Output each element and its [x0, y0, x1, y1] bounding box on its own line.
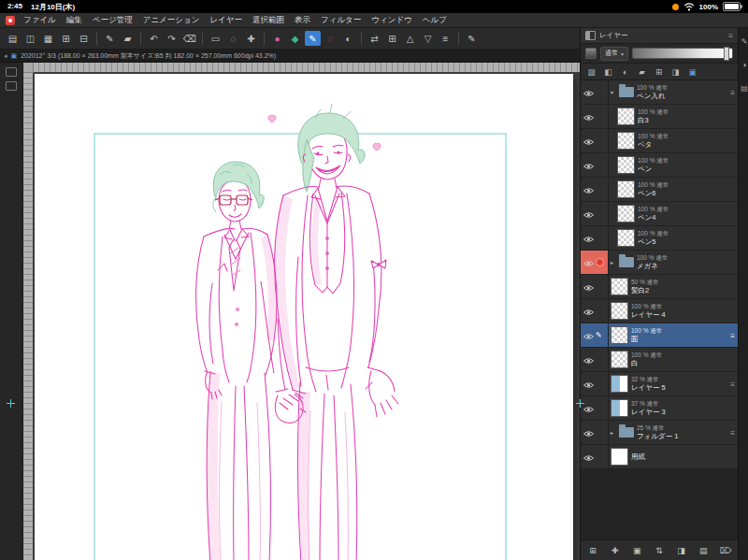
eye-visibility-icon[interactable] — [583, 230, 594, 247]
layer-row-13[interactable]: 37 % 通常レイヤー 3 — [581, 396, 738, 421]
edge-pen-icon[interactable]: ✎ — [741, 37, 748, 46]
layer-row-3[interactable]: 100 % 通常ペン — [581, 153, 738, 178]
flip-view-icon[interactable]: ⇄ — [367, 31, 382, 46]
layer-row-1[interactable]: 100 % 通常白3 — [581, 105, 738, 129]
eye-visibility-icon[interactable] — [583, 279, 594, 295]
blend-mode-select[interactable]: 通常 ▾ — [600, 47, 628, 61]
new-folder-icon[interactable]: ▣ — [630, 546, 643, 555]
menu-item-6[interactable]: 表示 — [295, 15, 310, 26]
lock-layer-icon[interactable]: ◧ — [600, 65, 616, 79]
canvas-workspace[interactable] — [33, 72, 580, 560]
menu-item-5[interactable]: 選択範囲 — [252, 15, 284, 26]
expand-arrow-icon[interactable]: ▸ — [611, 259, 616, 266]
eye-visibility-icon[interactable] — [583, 133, 594, 150]
menu-item-9[interactable]: ヘルプ — [423, 15, 447, 26]
layer-handle-icon[interactable]: ≡ — [730, 428, 735, 437]
menu-item-3[interactable]: アニメーション — [143, 15, 200, 26]
layer-handle-icon[interactable]: ≡ — [730, 380, 735, 388]
layer-row-body[interactable]: 用紙 — [609, 445, 738, 468]
enable-mask-icon[interactable]: ◐ — [617, 65, 633, 79]
command-menu-icon[interactable]: ≡ — [438, 31, 453, 46]
layer-row-body[interactable]: 100 % 通常ペン — [609, 153, 738, 177]
eye-visibility-icon[interactable] — [583, 376, 594, 393]
snap-ruler-icon[interactable]: △ — [402, 31, 418, 46]
edge-brush-icon[interactable]: ◑ — [742, 61, 747, 69]
layer-palette-header[interactable]: レイヤー ≡ — [581, 28, 738, 44]
expand-arrow-icon[interactable]: ▸ — [611, 429, 616, 436]
new-layer-icon[interactable]: ✚ — [609, 546, 622, 555]
layer-row-body[interactable]: 100 % 通常ベタ — [609, 129, 738, 152]
layer-row-body[interactable]: 100 % 通常ペン5 — [609, 226, 738, 250]
change-order-icon[interactable]: ⇅ — [653, 546, 666, 555]
layer-row-6[interactable]: 100 % 通常ペン5 — [581, 226, 738, 251]
canvas-page[interactable] — [35, 74, 573, 560]
eye-visibility-icon[interactable] — [583, 424, 594, 441]
eye-visibility-icon[interactable] — [583, 206, 594, 223]
menu-item-1[interactable]: 編集 — [66, 15, 82, 26]
reference-layer-icon[interactable]: ⊞ — [651, 65, 667, 79]
layer-handle-icon[interactable]: ≡ — [730, 88, 735, 96]
layer-palette-color-icon[interactable]: ▣ — [684, 65, 700, 79]
layer-row-body[interactable]: 100 % 通常面 — [609, 323, 738, 347]
canvas-tab-title[interactable]: 202012° 3/3 (188.00 × 263.00mm 製本サイズ:B5 … — [21, 51, 276, 61]
eye-visibility-icon[interactable] — [583, 108, 594, 125]
layer-row-body[interactable]: 100 % 通常白 — [609, 348, 738, 371]
palette-dock-icon[interactable] — [6, 81, 17, 91]
menu-item-8[interactable]: ウィンドウ — [371, 15, 412, 26]
pen-tool-icon[interactable]: ✎ — [305, 31, 321, 46]
spread-view-icon[interactable]: ◫ — [22, 31, 38, 46]
eye-visibility-icon[interactable] — [583, 84, 594, 101]
layer-color-badge[interactable] — [596, 258, 604, 266]
layer-row-9[interactable]: 100 % 通常レイヤー 4 — [581, 299, 738, 323]
eye-visibility-icon[interactable] — [583, 327, 594, 344]
selection-pen-icon[interactable]: ◌ — [323, 31, 338, 46]
move-tool-icon[interactable]: ✚ — [243, 31, 259, 46]
ruler-visibility-icon[interactable]: ▰ — [634, 65, 650, 79]
layer-row-body[interactable]: ▸100 % 通常メガネ — [609, 251, 738, 274]
page-file-icon[interactable]: ▤ — [5, 31, 21, 46]
redo-icon[interactable]: ↷ — [164, 31, 180, 46]
frame-border-icon[interactable]: ▰ — [120, 31, 136, 46]
layer-row-body[interactable]: ▸25 % 通常フォルダー 1 — [609, 421, 738, 444]
menu-item-0[interactable]: ファイル — [23, 15, 56, 26]
layer-row-14[interactable]: ▸25 % 通常フォルダー 1≡ — [581, 421, 738, 445]
layer-row-body[interactable]: ▾100 % 通常ペン入れ — [609, 80, 738, 104]
lasso-select-icon[interactable]: ◌ — [225, 31, 241, 46]
layer-row-5[interactable]: 100 % 通常ペン4 — [581, 202, 738, 226]
layer-row-4[interactable]: 100 % 通常ペン6 — [581, 178, 738, 202]
layer-row-body[interactable]: 100 % 通常ペン4 — [609, 202, 738, 225]
marquee-select-icon[interactable]: ▭ — [208, 31, 223, 46]
story-editor-icon[interactable]: ✎ — [102, 31, 118, 46]
delete-layer-icon[interactable]: ⌦ — [719, 546, 732, 555]
eye-visibility-icon[interactable] — [583, 181, 594, 198]
edge-palette-icon[interactable]: ▤ — [741, 84, 748, 93]
eye-visibility-icon[interactable] — [583, 449, 594, 466]
layer-row-2[interactable]: 100 % 通常ベタ — [581, 129, 738, 153]
quick-access-icon[interactable]: ✎ — [464, 31, 480, 46]
clip-at-layer-below-icon[interactable]: ◨ — [668, 65, 683, 79]
eye-visibility-icon[interactable] — [583, 157, 594, 174]
combine-mode-icon[interactable] — [585, 48, 597, 59]
layer-handle-icon[interactable]: ≡ — [730, 331, 735, 339]
grid-toggle-icon[interactable]: ⊞ — [384, 31, 400, 46]
layer-row-body[interactable]: 100 % 通常白3 — [609, 105, 738, 128]
layer-row-15[interactable]: 用紙 — [581, 445, 738, 469]
delete-page-icon[interactable]: ⊟ — [76, 31, 92, 46]
layer-row-12[interactable]: 32 % 通常レイヤー 5≡ — [581, 372, 738, 396]
expand-arrow-icon[interactable]: ▾ — [611, 89, 616, 95]
layer-row-body[interactable]: 37 % 通常レイヤー 3 — [609, 396, 738, 420]
add-page-icon[interactable]: ⊞ — [58, 31, 74, 46]
undo-icon[interactable]: ↶ — [146, 31, 162, 46]
layer-row-body[interactable]: 50 % 通常髪白2 — [609, 275, 738, 298]
clear-icon[interactable]: ⌫ — [181, 31, 197, 46]
layer-row-10[interactable]: ✎100 % 通常面≡ — [581, 323, 738, 348]
eye-visibility-icon[interactable] — [583, 352, 594, 368]
snap-special-icon[interactable]: ▽ — [420, 31, 436, 46]
layer-row-7[interactable]: ▸100 % 通常メガネ — [581, 251, 738, 275]
menu-item-2[interactable]: ページ管理 — [93, 15, 133, 26]
eye-visibility-icon[interactable] — [583, 303, 594, 320]
lock-transparent-pixels-icon[interactable]: ▨ — [583, 65, 599, 79]
collapse-arrow-icon[interactable]: ◂ — [4, 52, 7, 60]
layer-row-body[interactable]: 32 % 通常レイヤー 5 — [609, 372, 738, 395]
eye-visibility-icon[interactable] — [583, 254, 594, 271]
